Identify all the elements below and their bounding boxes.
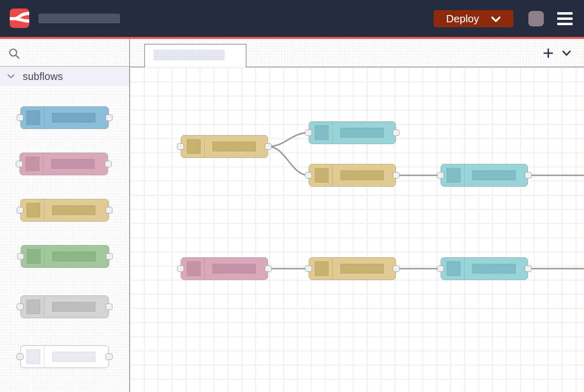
- node-output-port[interactable]: [106, 114, 112, 121]
- node-input-port[interactable]: [17, 353, 24, 360]
- wire-yellow-node-1-to-teal-node-1[interactable]: [268, 133, 309, 146]
- node-input-port[interactable]: [305, 172, 312, 179]
- node-input-port[interactable]: [17, 114, 24, 121]
- header-title-placeholder: [39, 14, 120, 23]
- node-output-port[interactable]: [105, 161, 112, 167]
- palette-node-pink[interactable]: [19, 153, 108, 175]
- node-icon-placeholder: [26, 349, 40, 364]
- node-input-port[interactable]: [17, 304, 24, 310]
- node-output-port[interactable]: [106, 207, 112, 213]
- node-input-port[interactable]: [305, 129, 312, 136]
- node-output-port[interactable]: [393, 265, 400, 272]
- node-icon-section: [21, 346, 44, 368]
- flow-node-yellow-3[interactable]: [309, 257, 396, 280]
- palette-search[interactable]: [0, 39, 129, 66]
- node-icon-placeholder: [447, 168, 461, 183]
- subflows-section-header[interactable]: subflows: [0, 66, 129, 86]
- wire-yellow-node-1-to-yellow-node-2[interactable]: [268, 146, 309, 175]
- node-input-port[interactable]: [17, 207, 24, 213]
- hamburger-menu-icon[interactable]: [557, 12, 573, 25]
- node-label-placeholder: [52, 352, 95, 362]
- node-output-port[interactable]: [106, 304, 112, 310]
- palette-node-yellow[interactable]: [20, 199, 109, 222]
- node-icon-placeholder: [26, 203, 40, 218]
- flow-node-teal-2[interactable]: [441, 164, 528, 187]
- wire-layer: [130, 67, 584, 392]
- add-flow-button[interactable]: [543, 39, 553, 67]
- palette-node-blue[interactable]: [20, 106, 109, 129]
- flow-canvas: [130, 39, 584, 392]
- node-icon-placeholder: [26, 157, 39, 171]
- flow-node-yellow-1[interactable]: [181, 135, 268, 158]
- node-icon-placeholder: [26, 110, 40, 125]
- node-icon-section: [21, 246, 45, 267]
- node-label-placeholder: [472, 264, 516, 274]
- header: Deploy: [0, 0, 584, 37]
- node-input-port[interactable]: [305, 265, 312, 272]
- node-label-placeholder: [52, 302, 95, 312]
- node-label-placeholder: [52, 113, 95, 123]
- node-icon-placeholder: [187, 139, 201, 154]
- user-avatar[interactable]: [528, 11, 544, 26]
- node-output-port[interactable]: [525, 265, 532, 272]
- flow-workspace[interactable]: [130, 67, 584, 392]
- node-input-port[interactable]: [177, 143, 184, 150]
- palette-node-white[interactable]: [20, 345, 109, 368]
- node-input-port[interactable]: [16, 161, 23, 167]
- node-output-port[interactable]: [265, 143, 272, 150]
- node-output-port[interactable]: [106, 253, 113, 260]
- node-icon-section: [181, 136, 205, 157]
- node-icon-section: [21, 107, 44, 129]
- chevron-down-icon: [491, 16, 501, 23]
- node-label-placeholder: [472, 170, 516, 180]
- flow-list-button[interactable]: [562, 39, 571, 67]
- palette-node-green[interactable]: [21, 245, 109, 268]
- node-icon-section: [21, 296, 44, 318]
- node-input-port[interactable]: [437, 172, 444, 179]
- node-icon-section: [181, 258, 205, 280]
- node-label-placeholder: [340, 264, 384, 274]
- palette-node-gray[interactable]: [20, 295, 109, 318]
- flow-editor-app: Deploy subflows: [0, 0, 584, 392]
- flow-node-teal-3[interactable]: [441, 257, 528, 280]
- node-input-port[interactable]: [177, 265, 184, 272]
- node-icon-section: [441, 164, 465, 186]
- node-icon-section: [441, 258, 465, 280]
- search-icon: [9, 48, 20, 59]
- node-icon-section: [20, 153, 43, 175]
- node-output-port[interactable]: [106, 353, 112, 360]
- canvas-tab-bar: [130, 39, 584, 67]
- deploy-button[interactable]: Deploy: [434, 10, 513, 27]
- node-icon-placeholder: [315, 125, 329, 140]
- node-output-port[interactable]: [525, 172, 532, 179]
- node-input-port[interactable]: [17, 253, 24, 260]
- plus-icon: [543, 48, 553, 58]
- flow-node-pink-1[interactable]: [181, 257, 268, 280]
- node-icon-placeholder: [315, 261, 329, 276]
- node-label-placeholder: [52, 252, 96, 261]
- flow-node-teal-1[interactable]: [309, 121, 396, 144]
- node-label-placeholder: [340, 128, 384, 138]
- node-label-placeholder: [51, 159, 95, 169]
- node-icon-section: [309, 258, 333, 280]
- flow-node-yellow-2[interactable]: [309, 164, 396, 187]
- node-label-placeholder: [212, 264, 256, 274]
- node-icon-section: [21, 199, 44, 221]
- node-icon-placeholder: [187, 261, 201, 276]
- node-output-port[interactable]: [265, 265, 272, 272]
- node-icon-placeholder: [26, 299, 40, 314]
- node-red-logo-fork-icon: [10, 9, 29, 28]
- node-icon-section: [309, 122, 333, 144]
- node-output-port[interactable]: [393, 129, 400, 136]
- flow-tab-active[interactable]: [144, 44, 247, 67]
- node-icon-placeholder: [315, 168, 329, 183]
- node-icon-placeholder: [447, 261, 461, 276]
- chevron-down-icon: [562, 50, 571, 56]
- node-label-placeholder: [340, 170, 384, 180]
- flow-tab-label-placeholder: [154, 50, 225, 60]
- node-label-placeholder: [212, 142, 256, 151]
- node-icon-placeholder: [27, 249, 41, 264]
- node-output-port[interactable]: [393, 172, 400, 179]
- node-icon-section: [309, 164, 333, 186]
- node-input-port[interactable]: [437, 265, 444, 272]
